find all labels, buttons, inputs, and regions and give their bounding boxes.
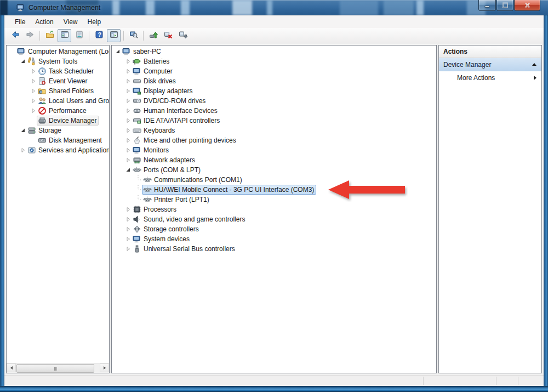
tree-item-ide-ata-atapi-controllers[interactable]: IDE ATA/ATAPI controllers xyxy=(112,116,436,126)
expander-collapsed-icon[interactable] xyxy=(124,77,132,86)
expander-collapsed-icon[interactable] xyxy=(124,106,132,115)
expander-collapsed-icon[interactable] xyxy=(124,215,132,224)
tree-item-shared-folders[interactable]: 22Shared Folders xyxy=(7,86,109,96)
tree-item-event-viewer[interactable]: Event Viewer xyxy=(7,76,109,86)
tree-item-dvd-cd-rom-drives[interactable]: DVD/CD-ROM drives xyxy=(112,96,436,106)
tree-item-computer-management-local[interactable]: Computer Management (Local) xyxy=(7,47,109,56)
console-tree-pane: Computer Management (Local)System ToolsT… xyxy=(6,45,110,373)
expander-collapsed-icon[interactable] xyxy=(30,67,37,76)
expander-collapsed-icon[interactable] xyxy=(124,116,132,125)
tree-item-network-adapters[interactable]: Network adapters xyxy=(112,155,436,165)
expander-collapsed-icon[interactable] xyxy=(124,96,132,105)
expander-collapsed-icon[interactable] xyxy=(124,235,132,243)
tree-item-saber-pc[interactable]: saber-PC xyxy=(112,47,436,56)
scan-for-hardware-changes-button[interactable] xyxy=(127,29,140,42)
title-bar[interactable]: Computer Management xyxy=(0,0,548,15)
tree-item-storage-controllers[interactable]: Storage controllers xyxy=(112,224,436,234)
expander-collapsed-icon[interactable] xyxy=(124,156,132,164)
show-action-pane-button[interactable] xyxy=(107,29,121,42)
tree-item-batteries[interactable]: Batteries xyxy=(112,56,436,66)
tree-item-content: Display adapters xyxy=(132,86,195,96)
tree-item-device-manager[interactable]: Device Manager xyxy=(7,116,109,126)
task-scheduler-icon xyxy=(38,67,47,76)
back-button[interactable] xyxy=(8,29,22,42)
tree-item-label: Monitors xyxy=(144,146,169,155)
expander-expanded-icon[interactable] xyxy=(124,166,132,174)
more-actions-item[interactable]: More Actions xyxy=(439,71,541,84)
expander-expanded-icon[interactable] xyxy=(19,126,26,135)
expander-collapsed-icon[interactable] xyxy=(124,67,132,76)
tree-item-performance[interactable]: Performance xyxy=(7,106,109,116)
expander-collapsed-icon[interactable] xyxy=(30,96,37,105)
collapse-section-icon[interactable] xyxy=(532,63,536,66)
close-button[interactable] xyxy=(514,0,540,11)
export-list-button[interactable] xyxy=(43,29,56,42)
tree-item-human-interface-devices[interactable]: Human Interface Devices xyxy=(112,106,436,116)
tree-item-task-scheduler[interactable]: Task Scheduler xyxy=(7,66,109,76)
scroll-left-button[interactable] xyxy=(7,363,16,372)
expander-collapsed-icon[interactable] xyxy=(124,245,132,253)
menu-file[interactable]: File xyxy=(10,16,30,28)
tree-item-printer-port-lpt1[interactable]: Printer Port (LPT1) xyxy=(112,195,436,204)
tree-item-label: Computer xyxy=(144,67,173,76)
tree-item-mice-and-other-pointing-devices[interactable]: Mice and other pointing devices xyxy=(112,135,436,145)
scrollbar-thumb[interactable] xyxy=(16,364,94,373)
properties-button[interactable] xyxy=(72,29,86,42)
tree-item-display-adapters[interactable]: Display adapters xyxy=(112,86,436,96)
toolbar-separator xyxy=(89,31,89,41)
expander-collapsed-icon[interactable] xyxy=(124,57,132,66)
update-driver-button[interactable] xyxy=(146,29,160,42)
tree-item-sound-video-and-game-controllers[interactable]: Sound, video and game controllers xyxy=(112,214,436,224)
tree-item-local-users-and-groups[interactable]: Local Users and Groups xyxy=(7,96,109,106)
expander-collapsed-icon[interactable] xyxy=(124,225,132,234)
menu-help[interactable]: Help xyxy=(83,16,106,28)
expander-collapsed-icon[interactable] xyxy=(30,87,37,95)
tree-item-label: Communications Port (COM1) xyxy=(154,175,242,184)
tree-item-system-tools[interactable]: System Tools xyxy=(7,56,109,66)
expander-collapsed-icon[interactable] xyxy=(124,136,132,145)
maximize-button[interactable] xyxy=(496,0,513,11)
tree-item-content: Printer Port (LPT1) xyxy=(142,195,212,204)
tree-item-label: Device Manager xyxy=(49,116,96,125)
tree-item-services-and-applications[interactable]: Services and Applications xyxy=(7,145,109,155)
actions-section-device-manager[interactable]: Device Manager xyxy=(439,58,541,71)
menu-action[interactable]: Action xyxy=(30,16,58,28)
expander-collapsed-icon[interactable] xyxy=(124,126,132,135)
disable-device-button[interactable] xyxy=(176,29,190,42)
tree-item-monitors[interactable]: Monitors xyxy=(112,145,436,155)
expander-collapsed-icon[interactable] xyxy=(124,87,132,95)
expander-collapsed-icon[interactable] xyxy=(124,205,132,214)
expander-expanded-icon[interactable] xyxy=(114,47,121,56)
tree-item-universal-serial-bus-controllers[interactable]: Universal Serial Bus controllers xyxy=(112,244,436,254)
horizontal-scrollbar[interactable] xyxy=(7,363,109,373)
glass-reflection xyxy=(267,0,272,15)
expander-collapsed-icon[interactable] xyxy=(124,146,132,155)
help-button[interactable]: ? xyxy=(92,29,106,42)
tree-item-keyboards[interactable]: Keyboards xyxy=(112,126,436,135)
tree-item-content: Universal Serial Bus controllers xyxy=(132,244,237,254)
expander-collapsed-icon[interactable] xyxy=(19,146,26,155)
minimize-button[interactable] xyxy=(478,0,496,11)
uninstall-device-button[interactable] xyxy=(161,29,175,42)
tree-item-system-devices[interactable]: System devices xyxy=(112,234,436,244)
tree-item-communications-port-com1[interactable]: Communications Port (COM1) xyxy=(112,175,436,185)
expander-expanded-icon[interactable] xyxy=(19,57,26,66)
tree-item-storage[interactable]: Storage xyxy=(7,126,109,135)
tree-item-computer[interactable]: Computer xyxy=(112,66,436,76)
tree-item-ports-com-lpt[interactable]: Ports (COM & LPT) xyxy=(112,165,436,175)
tree-item-huawei-mobile-connect-3g-pc-ui-interface-c[interactable]: HUAWEI Mobile Connect - 3G PC UI Interfa… xyxy=(112,185,436,195)
port-icon xyxy=(143,175,152,184)
scroll-right-button[interactable] xyxy=(100,363,109,372)
glass-reflection xyxy=(384,0,414,15)
tree-item-disk-management[interactable]: Disk Management xyxy=(7,135,109,145)
tree-item-label: Performance xyxy=(49,106,87,115)
forward-button[interactable] xyxy=(23,29,37,42)
expander-collapsed-icon[interactable] xyxy=(30,77,37,86)
tree-item-disk-drives[interactable]: Disk drives xyxy=(112,76,436,86)
menu-view[interactable]: View xyxy=(59,16,83,28)
tree-item-processors[interactable]: Processors xyxy=(112,204,436,214)
port-icon xyxy=(133,166,141,174)
expander-collapsed-icon[interactable] xyxy=(30,106,37,115)
show-console-tree-button[interactable] xyxy=(58,29,71,42)
tree-item-label: System Tools xyxy=(38,57,77,66)
